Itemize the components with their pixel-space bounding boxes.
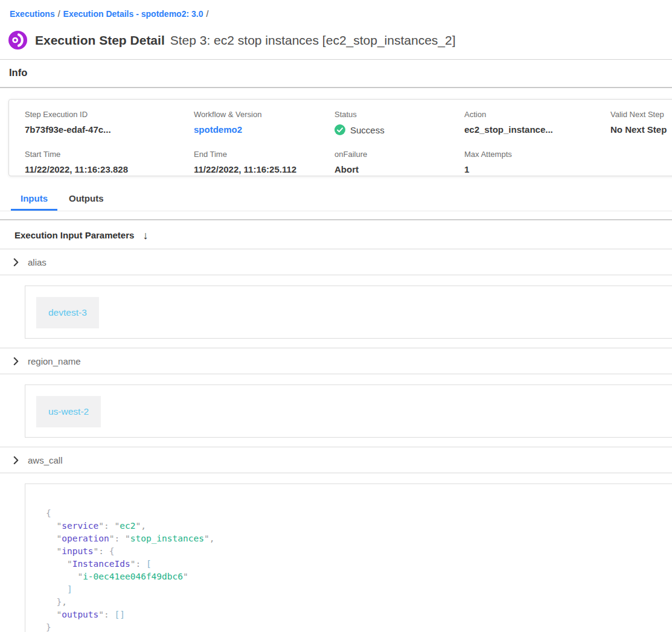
breadcrumb-separator: / xyxy=(58,9,60,19)
section-name: aws_call xyxy=(28,455,63,465)
field-value: ec2_stop_instance... xyxy=(464,124,610,135)
app-logo-icon xyxy=(8,31,27,49)
field-label: Valid Next Step xyxy=(610,110,672,119)
field-label: Max Attempts xyxy=(464,150,610,159)
alias-value-panel: devtest-3 xyxy=(25,286,672,339)
field-label: Step Execution ID xyxy=(25,110,194,119)
tab-outputs[interactable]: Outputs xyxy=(59,189,114,211)
success-check-icon xyxy=(334,124,345,135)
page-header: Execution Step Detail Step 3: ec2 stop i… xyxy=(8,31,672,49)
tab-bar: Inputs Outputs xyxy=(0,189,672,211)
page-title: Execution Step Detail xyxy=(35,33,165,48)
divider xyxy=(0,275,672,275)
field-label: onFailure xyxy=(334,150,464,159)
execution-step-detail-page: Executions/Execution Details - spotdemo2… xyxy=(0,0,672,632)
parameters-header: Execution Input Parameters ↓ xyxy=(0,220,672,249)
field-action: Action ec2_stop_instance... xyxy=(464,110,610,135)
field-step-execution-id: Step Execution ID 7b73f93e-edaf-47c... xyxy=(25,110,194,135)
aws-call-code-panel: { "service": "ec2", "operation": "stop_i… xyxy=(25,484,672,632)
field-label: Start Time xyxy=(25,150,194,159)
step-info-card: Step Execution ID 7b73f93e-edaf-47c... W… xyxy=(8,99,672,176)
field-value: 11/22/2022, 11:16:25.112 xyxy=(194,164,334,174)
tab-inputs[interactable]: Inputs xyxy=(11,189,57,211)
info-section-heading: Info xyxy=(9,67,672,78)
field-start-time: Start Time 11/22/2022, 11:16:23.828 xyxy=(25,150,194,174)
field-value: No Next Step xyxy=(610,124,672,135)
field-valid-next-step: Valid Next Step No Next Step xyxy=(610,110,672,135)
field-label: Action xyxy=(464,110,610,119)
status-badge: Success xyxy=(350,125,385,135)
region-name-value-panel: us-west-2 xyxy=(25,385,672,438)
field-onfailure: onFailure Abort xyxy=(334,150,464,174)
chevron-right-icon xyxy=(12,258,20,266)
field-label: Status xyxy=(334,110,464,119)
download-arrow-icon[interactable]: ↓ xyxy=(142,231,148,240)
region-name-value-chip: us-west-2 xyxy=(36,396,101,427)
field-value: Abort xyxy=(334,164,464,174)
divider xyxy=(0,59,672,60)
chevron-right-icon xyxy=(12,456,20,464)
field-workflow-version: Workflow & Version spotdemo2 xyxy=(194,110,334,135)
page-subtitle: Step 3: ec2 stop instances [ec2_stop_ins… xyxy=(170,33,456,48)
field-value: 11/22/2022, 11:16:23.828 xyxy=(25,164,194,174)
alias-value-chip: devtest-3 xyxy=(36,297,99,328)
section-toggle-region-name[interactable]: region_name xyxy=(0,348,672,374)
divider xyxy=(0,374,672,374)
divider xyxy=(0,473,672,473)
breadcrumb-link-executions[interactable]: Executions xyxy=(10,9,55,19)
workflow-link[interactable]: spotdemo2 xyxy=(194,124,334,135)
field-max-attempts: Max Attempts 1 xyxy=(464,150,610,174)
section-toggle-aws-call[interactable]: aws_call xyxy=(0,447,672,473)
field-label: Workflow & Version xyxy=(194,110,334,119)
field-value: 7b73f93e-edaf-47c... xyxy=(25,124,194,135)
divider xyxy=(0,87,672,88)
section-toggle-alias[interactable]: alias xyxy=(0,249,672,275)
parameters-heading: Execution Input Parameters xyxy=(14,230,134,240)
section-name: region_name xyxy=(28,356,81,366)
field-end-time: End Time 11/22/2022, 11:16:25.112 xyxy=(194,150,334,174)
field-value: 1 xyxy=(464,164,610,174)
breadcrumb: Executions/Execution Details - spotdemo2… xyxy=(0,0,672,19)
aws-call-json-code: { "service": "ec2", "operation": "stop_i… xyxy=(46,507,672,632)
field-label: End Time xyxy=(194,150,334,159)
section-name: alias xyxy=(28,257,46,267)
field-status: Status Success xyxy=(334,110,464,135)
breadcrumb-separator: / xyxy=(206,9,208,19)
chevron-right-icon xyxy=(12,357,20,365)
breadcrumb-link-execution-details[interactable]: Execution Details - spotdemo2: 3.0 xyxy=(63,9,203,19)
